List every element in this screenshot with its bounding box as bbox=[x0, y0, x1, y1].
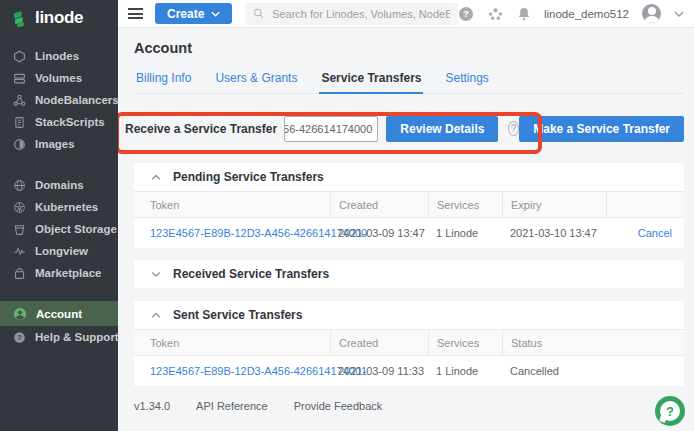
received-section-toggle[interactable]: Received Service Transfers bbox=[134, 260, 684, 288]
global-search[interactable] bbox=[245, 3, 458, 25]
section-title: Received Service Transfers bbox=[173, 267, 329, 281]
sidebar-item-label: Account bbox=[36, 308, 82, 320]
search-icon bbox=[253, 7, 265, 20]
column-header-status: Status bbox=[502, 330, 684, 355]
table-row: 123E4567-E89B-12D3-A456-426614174001 202… bbox=[134, 356, 684, 386]
sidebar-item-nodebalancers[interactable]: NodeBalancers bbox=[0, 89, 118, 111]
question-mark-icon: ? bbox=[660, 401, 680, 421]
community-button[interactable] bbox=[487, 6, 504, 22]
receive-transfer-row: Receive a Service Transfer 9B-12D3-A456-… bbox=[125, 115, 684, 142]
topbar: Create ? linode_demo512 bbox=[118, 0, 694, 28]
status-cell: Cancelled bbox=[502, 365, 684, 377]
sidebar-item-linodes[interactable]: Linodes bbox=[0, 45, 118, 67]
tab-service-transfers[interactable]: Service Transfers bbox=[319, 66, 423, 94]
create-button-label: Create bbox=[167, 7, 204, 21]
tab-settings[interactable]: Settings bbox=[443, 66, 490, 93]
chevron-down-icon bbox=[211, 11, 220, 17]
sidebar-item-label: Longview bbox=[35, 245, 88, 257]
transfer-help-icon[interactable]: ? bbox=[508, 121, 519, 136]
section-title: Sent Service Transfers bbox=[173, 308, 302, 322]
notifications-button[interactable] bbox=[517, 6, 531, 22]
logo-text: linode bbox=[35, 8, 83, 28]
user-menu-chevron-icon[interactable] bbox=[674, 11, 684, 17]
column-header-token: Token bbox=[134, 330, 330, 355]
volumes-icon bbox=[13, 72, 26, 85]
sent-transfers-card: Sent Service Transfers Token Created Ser… bbox=[134, 301, 684, 386]
pending-table-header: Token Created Services Expiry bbox=[134, 191, 684, 218]
svg-text:?: ? bbox=[463, 8, 469, 19]
receive-transfer-label: Receive a Service Transfer bbox=[125, 122, 277, 136]
sidebar-item-label: Volumes bbox=[35, 72, 82, 84]
sidebar-item-label: Domains bbox=[35, 179, 84, 191]
help-circle-icon: ? bbox=[458, 6, 474, 22]
kubernetes-icon bbox=[13, 201, 26, 214]
make-service-transfer-button[interactable]: Make a Service Transfer bbox=[519, 116, 684, 142]
sidebar-item-images[interactable]: Images bbox=[0, 133, 118, 155]
api-reference-link[interactable]: API Reference bbox=[196, 400, 268, 412]
sent-section-toggle[interactable]: Sent Service Transfers bbox=[134, 301, 684, 329]
review-details-button[interactable]: Review Details bbox=[386, 116, 498, 142]
page-title: Account bbox=[134, 40, 684, 56]
version-link[interactable]: v1.34.0 bbox=[134, 400, 170, 412]
sidebar-item-label: Object Storage bbox=[35, 223, 117, 235]
sidebar-item-label: Linodes bbox=[35, 50, 79, 62]
sidebar-item-longview[interactable]: Longview bbox=[0, 240, 118, 262]
table-row: 123E4567-E89B-12D3-A456-426614174000 202… bbox=[134, 218, 684, 248]
sidebar-item-label: Help & Support bbox=[35, 331, 119, 343]
pending-section-toggle[interactable]: Pending Service Transfers bbox=[134, 163, 684, 191]
images-icon bbox=[13, 138, 26, 151]
sent-table-header: Token Created Services Status bbox=[134, 329, 684, 356]
page-footer: v1.34.0 API Reference Provide Feedback bbox=[134, 400, 684, 412]
created-cell: 2021-03-09 13:47 bbox=[330, 227, 428, 239]
community-icon bbox=[487, 6, 504, 22]
transfer-token-input[interactable]: 9B-12D3-A456-426614174000 bbox=[284, 116, 378, 142]
column-header-created: Created bbox=[330, 330, 428, 355]
token-link[interactable]: 123E4567-E89B-12D3-A456-426614174001 bbox=[134, 365, 330, 377]
column-header-services: Services bbox=[428, 192, 502, 217]
sidebar-item-label: Kubernetes bbox=[35, 201, 98, 213]
column-header-created: Created bbox=[330, 192, 428, 217]
services-cell: 1 Linode bbox=[428, 227, 502, 239]
menu-toggle-button[interactable] bbox=[128, 4, 143, 24]
sidebar-item-label: NodeBalancers bbox=[35, 94, 119, 106]
cancel-link[interactable]: Cancel bbox=[606, 227, 684, 239]
column-header-expiry: Expiry bbox=[502, 192, 606, 217]
tab-billing-info[interactable]: Billing Info bbox=[134, 66, 193, 93]
token-link[interactable]: 123E4567-E89B-12D3-A456-426614174000 bbox=[134, 227, 330, 239]
services-cell: 1 Linode bbox=[428, 365, 502, 377]
nodebalancers-icon bbox=[13, 94, 26, 107]
username[interactable]: linode_demo512 bbox=[544, 8, 629, 20]
linodes-icon bbox=[13, 50, 26, 63]
sidebar-item-help-support[interactable]: ? Help & Support bbox=[0, 326, 118, 348]
topbar-right: ? linode_demo512 bbox=[458, 4, 684, 23]
sidebar: linode Linodes Volumes NodeBalancers Sta… bbox=[0, 0, 118, 431]
column-header-token: Token bbox=[134, 192, 330, 217]
help-button[interactable]: ? bbox=[458, 6, 474, 22]
chevron-up-icon bbox=[151, 312, 161, 319]
bell-icon bbox=[517, 6, 531, 22]
sidebar-item-object-storage[interactable]: Object Storage bbox=[0, 218, 118, 240]
pending-transfers-card: Pending Service Transfers Token Created … bbox=[134, 163, 684, 248]
avatar[interactable] bbox=[642, 4, 661, 23]
longview-icon bbox=[13, 245, 26, 258]
received-transfers-card: Received Service Transfers bbox=[134, 260, 684, 288]
sidebar-item-volumes[interactable]: Volumes bbox=[0, 67, 118, 89]
linode-logo[interactable]: linode bbox=[0, 0, 118, 28]
sidebar-item-label: StackScripts bbox=[35, 116, 105, 128]
sidebar-item-domains[interactable]: Domains bbox=[0, 174, 118, 196]
provide-feedback-link[interactable]: Provide Feedback bbox=[294, 400, 383, 412]
sidebar-item-marketplace[interactable]: Marketplace bbox=[0, 262, 118, 284]
create-button[interactable]: Create bbox=[155, 3, 232, 24]
sidebar-item-kubernetes[interactable]: Kubernetes bbox=[0, 196, 118, 218]
object-storage-icon bbox=[13, 223, 26, 236]
marketplace-icon bbox=[13, 267, 26, 280]
chevron-down-icon bbox=[151, 271, 161, 278]
sidebar-item-account[interactable]: Account bbox=[0, 301, 118, 326]
main-content: Account Billing Info Users & Grants Serv… bbox=[118, 28, 694, 431]
tab-users-grants[interactable]: Users & Grants bbox=[213, 66, 299, 93]
domains-icon bbox=[13, 179, 26, 192]
search-input[interactable] bbox=[272, 8, 450, 20]
help-beacon-button[interactable]: ? bbox=[655, 396, 685, 426]
sidebar-item-stackscripts[interactable]: StackScripts bbox=[0, 111, 118, 133]
created-cell: 2021-03-09 11:33 bbox=[330, 365, 428, 377]
